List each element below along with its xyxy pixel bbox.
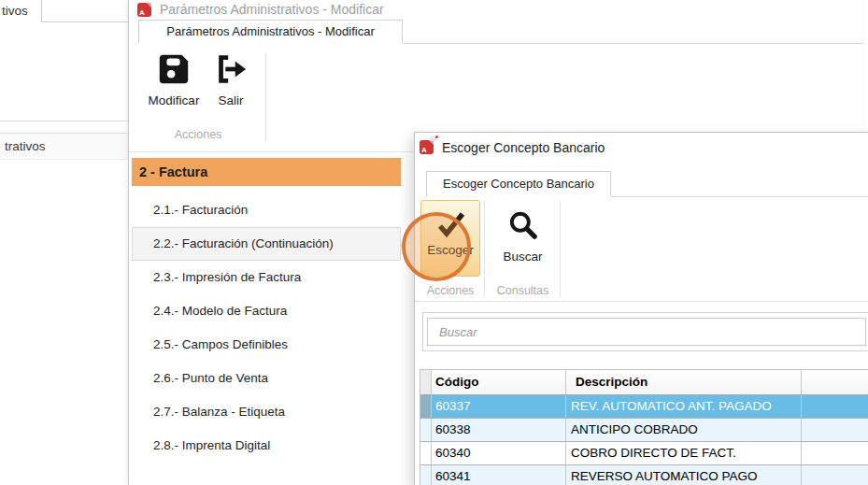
save-floppy-icon	[156, 51, 192, 91]
buscar-button[interactable]: Buscar	[491, 200, 555, 277]
tab-edge	[41, 0, 42, 21]
screen: tivos trativos A Parámetros Administrati…	[0, 0, 868, 485]
dialog-document-tab[interactable]: Escoger Concepto Bancario	[426, 171, 611, 196]
ribbon-divider	[265, 52, 266, 142]
column-header-descripcion[interactable]: Descripción	[566, 370, 802, 394]
search-panel	[422, 312, 868, 351]
table-row[interactable]: 60340 COBRO DIRECTO DE FACT.	[420, 442, 868, 465]
row-selector[interactable]	[420, 419, 432, 441]
main-document-tab[interactable]: Parámetros Administrativos - Modificar	[138, 20, 403, 43]
cell-codigo[interactable]: 60341	[432, 465, 566, 485]
dialog-app-icon: A	[420, 140, 434, 154]
cell-filler	[802, 442, 868, 464]
row-selector-header	[420, 370, 432, 394]
search-input[interactable]	[427, 318, 866, 346]
menu-item-2-4[interactable]: 2.4.- Modelo de Factura	[132, 294, 401, 328]
menu-item-2-1[interactable]: 2.1.- Facturación	[132, 193, 401, 227]
circle-highlight-annotation	[402, 212, 471, 281]
ribbon-group-label: Acciones	[129, 128, 267, 141]
cell-codigo[interactable]: 60340	[432, 442, 566, 464]
modificar-label: Modificar	[149, 93, 200, 107]
ribbon-group-acciones: Acciones	[420, 284, 480, 297]
menu-section-header: 2 - Factura	[132, 158, 401, 186]
divider	[0, 121, 128, 121]
dialog-icon-badge-dot	[435, 136, 438, 138]
app-icon-letter: A	[421, 146, 427, 154]
table-header-row: Código Descripción	[420, 370, 868, 395]
modificar-button[interactable]: Modificar	[138, 51, 209, 107]
buscar-label: Buscar	[503, 250, 542, 264]
concepts-table: Código Descripción 60337 REV. AUTOMATICO…	[420, 369, 868, 485]
tab-bar-line	[41, 21, 128, 22]
menu-item-2-5[interactable]: 2.5.- Campos Definibles	[132, 328, 401, 362]
app-icon-letter: A	[139, 8, 145, 17]
ribbon-divider	[560, 200, 561, 297]
background-section-header: trativos	[0, 133, 128, 160]
ribbon-group-consultas: Consultas	[491, 284, 555, 297]
salir-button[interactable]: Salir	[208, 51, 253, 107]
magnifier-icon	[506, 200, 540, 247]
cell-filler	[802, 395, 868, 418]
main-titlebar: A Parámetros Administrativos - Modificar	[129, 0, 862, 20]
main-window-title: Parámetros Administrativos - Modificar	[160, 2, 384, 17]
column-header-filler	[802, 370, 868, 394]
table-row[interactable]: 60341 REVERSO AUTOMATICO PAGO	[420, 465, 868, 485]
row-selector[interactable]	[420, 465, 432, 485]
ribbon-bottom-line	[415, 301, 868, 302]
menu-item-2-8[interactable]: 2.8.- Imprenta Digital	[132, 429, 401, 463]
background-tab-partial[interactable]: tivos	[2, 4, 28, 18]
app-icon: A	[137, 3, 151, 17]
table-row[interactable]: 60338 ANTICIPO COBRADO	[420, 419, 868, 442]
dialog-tab-bar-line	[611, 196, 868, 197]
row-selector[interactable]	[420, 395, 432, 418]
cell-descripcion[interactable]: REVERSO AUTOMATICO PAGO	[566, 465, 802, 485]
cell-descripcion[interactable]: REV. AUTOMATICO ANT. PAGADO	[566, 395, 802, 418]
column-header-codigo[interactable]: Código	[432, 370, 566, 394]
row-selector[interactable]	[420, 442, 432, 464]
salir-label: Salir	[218, 93, 243, 107]
cell-descripcion[interactable]: COBRO DIRECTO DE FACT.	[566, 442, 802, 464]
table-row[interactable]: 60337 REV. AUTOMATICO ANT. PAGADO	[420, 395, 868, 419]
cell-codigo[interactable]: 60338	[432, 419, 566, 441]
escoger-concepto-bancario-dialog: A Escoger Concepto Bancario Escoger Conc…	[414, 132, 868, 485]
tab-bar-line	[403, 43, 863, 44]
cell-codigo[interactable]: 60337	[432, 395, 566, 418]
app-icon-fold	[147, 3, 151, 7]
cell-descripcion[interactable]: ANTICIPO COBRADO	[566, 419, 802, 441]
menu-item-2-7[interactable]: 2.7.- Balanza - Etiqueta	[132, 395, 401, 429]
exit-arrow-icon	[213, 51, 249, 91]
menu-item-2-6[interactable]: 2.6.- Punto de Venta	[132, 362, 401, 395]
cell-filler	[802, 465, 868, 485]
menu-item-2-3[interactable]: 2.3.- Impresión de Factura	[132, 261, 401, 294]
menu-items: 2.1.- Facturación 2.2.- Facturación (Con…	[132, 193, 401, 463]
menu-panel: 2 - Factura 2.1.- Facturación 2.2.- Fact…	[132, 158, 401, 463]
cell-filler	[802, 419, 868, 441]
dialog-title: Escoger Concepto Bancario	[442, 140, 605, 155]
background-window: tivos trativos	[0, 0, 128, 485]
ribbon-divider	[484, 200, 485, 297]
menu-item-2-2[interactable]: 2.2.- Facturación (Continuación)	[132, 227, 401, 261]
